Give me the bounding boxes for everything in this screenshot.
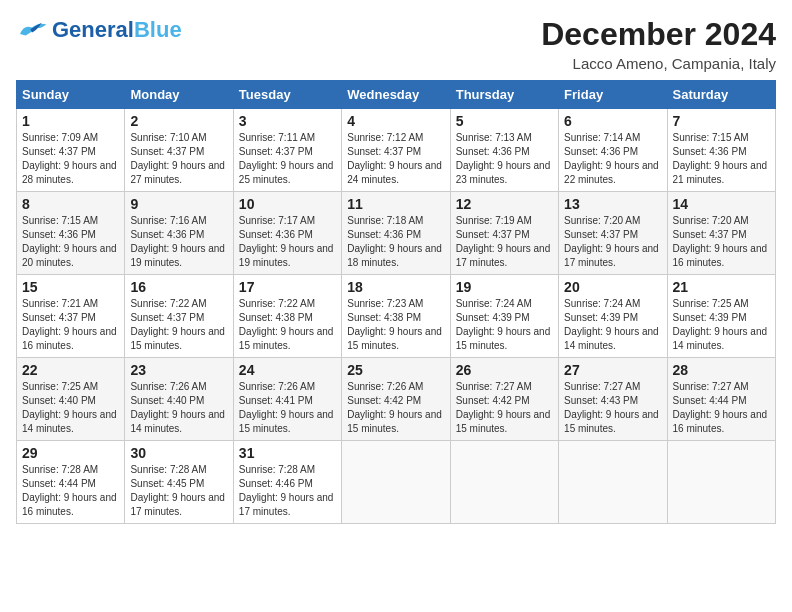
calendar-title-area: December 2024 Lacco Ameno, Campania, Ita… <box>541 16 776 72</box>
logo-text: GeneralBlue <box>52 17 182 43</box>
day-info: Sunrise: 7:26 AMSunset: 4:41 PMDaylight:… <box>239 380 336 436</box>
day-info: Sunrise: 7:27 AMSunset: 4:43 PMDaylight:… <box>564 380 661 436</box>
day-number: 23 <box>130 362 227 378</box>
day-number: 21 <box>673 279 770 295</box>
day-number: 27 <box>564 362 661 378</box>
calendar-day-cell: 29Sunrise: 7:28 AMSunset: 4:44 PMDayligh… <box>17 441 125 524</box>
calendar-day-cell: 9Sunrise: 7:16 AMSunset: 4:36 PMDaylight… <box>125 192 233 275</box>
calendar-day-cell: 31Sunrise: 7:28 AMSunset: 4:46 PMDayligh… <box>233 441 341 524</box>
calendar-day-cell: 30Sunrise: 7:28 AMSunset: 4:45 PMDayligh… <box>125 441 233 524</box>
weekday-header-row: SundayMondayTuesdayWednesdayThursdayFrid… <box>17 81 776 109</box>
day-info: Sunrise: 7:22 AMSunset: 4:37 PMDaylight:… <box>130 297 227 353</box>
day-number: 3 <box>239 113 336 129</box>
calendar-day-cell: 19Sunrise: 7:24 AMSunset: 4:39 PMDayligh… <box>450 275 558 358</box>
day-info: Sunrise: 7:15 AMSunset: 4:36 PMDaylight:… <box>673 131 770 187</box>
calendar-week-row: 15Sunrise: 7:21 AMSunset: 4:37 PMDayligh… <box>17 275 776 358</box>
day-number: 10 <box>239 196 336 212</box>
day-number: 13 <box>564 196 661 212</box>
weekday-header-thursday: Thursday <box>450 81 558 109</box>
day-number: 14 <box>673 196 770 212</box>
day-number: 17 <box>239 279 336 295</box>
day-number: 29 <box>22 445 119 461</box>
calendar-week-row: 22Sunrise: 7:25 AMSunset: 4:40 PMDayligh… <box>17 358 776 441</box>
day-number: 26 <box>456 362 553 378</box>
day-number: 28 <box>673 362 770 378</box>
day-number: 20 <box>564 279 661 295</box>
logo-bird-icon <box>16 16 48 44</box>
month-title: December 2024 <box>541 16 776 53</box>
day-number: 15 <box>22 279 119 295</box>
weekday-header-monday: Monday <box>125 81 233 109</box>
day-info: Sunrise: 7:20 AMSunset: 4:37 PMDaylight:… <box>564 214 661 270</box>
day-info: Sunrise: 7:14 AMSunset: 4:36 PMDaylight:… <box>564 131 661 187</box>
day-info: Sunrise: 7:11 AMSunset: 4:37 PMDaylight:… <box>239 131 336 187</box>
weekday-header-wednesday: Wednesday <box>342 81 450 109</box>
calendar-day-cell: 11Sunrise: 7:18 AMSunset: 4:36 PMDayligh… <box>342 192 450 275</box>
day-info: Sunrise: 7:24 AMSunset: 4:39 PMDaylight:… <box>456 297 553 353</box>
page-header: GeneralBlue December 2024 Lacco Ameno, C… <box>16 16 776 72</box>
calendar-day-cell: 10Sunrise: 7:17 AMSunset: 4:36 PMDayligh… <box>233 192 341 275</box>
day-info: Sunrise: 7:25 AMSunset: 4:39 PMDaylight:… <box>673 297 770 353</box>
calendar-day-cell: 25Sunrise: 7:26 AMSunset: 4:42 PMDayligh… <box>342 358 450 441</box>
calendar-day-cell: 24Sunrise: 7:26 AMSunset: 4:41 PMDayligh… <box>233 358 341 441</box>
day-info: Sunrise: 7:28 AMSunset: 4:44 PMDaylight:… <box>22 463 119 519</box>
day-info: Sunrise: 7:20 AMSunset: 4:37 PMDaylight:… <box>673 214 770 270</box>
calendar-day-cell: 17Sunrise: 7:22 AMSunset: 4:38 PMDayligh… <box>233 275 341 358</box>
calendar-day-cell: 16Sunrise: 7:22 AMSunset: 4:37 PMDayligh… <box>125 275 233 358</box>
day-info: Sunrise: 7:12 AMSunset: 4:37 PMDaylight:… <box>347 131 444 187</box>
calendar-day-cell: 22Sunrise: 7:25 AMSunset: 4:40 PMDayligh… <box>17 358 125 441</box>
day-info: Sunrise: 7:23 AMSunset: 4:38 PMDaylight:… <box>347 297 444 353</box>
calendar-day-cell: 21Sunrise: 7:25 AMSunset: 4:39 PMDayligh… <box>667 275 775 358</box>
day-number: 5 <box>456 113 553 129</box>
calendar-day-cell: 12Sunrise: 7:19 AMSunset: 4:37 PMDayligh… <box>450 192 558 275</box>
logo-blue-text: Blue <box>134 17 182 42</box>
day-info: Sunrise: 7:13 AMSunset: 4:36 PMDaylight:… <box>456 131 553 187</box>
day-number: 4 <box>347 113 444 129</box>
calendar-day-cell: 14Sunrise: 7:20 AMSunset: 4:37 PMDayligh… <box>667 192 775 275</box>
day-info: Sunrise: 7:27 AMSunset: 4:42 PMDaylight:… <box>456 380 553 436</box>
calendar-day-cell: 3Sunrise: 7:11 AMSunset: 4:37 PMDaylight… <box>233 109 341 192</box>
day-info: Sunrise: 7:21 AMSunset: 4:37 PMDaylight:… <box>22 297 119 353</box>
day-number: 11 <box>347 196 444 212</box>
day-info: Sunrise: 7:25 AMSunset: 4:40 PMDaylight:… <box>22 380 119 436</box>
day-info: Sunrise: 7:09 AMSunset: 4:37 PMDaylight:… <box>22 131 119 187</box>
day-number: 31 <box>239 445 336 461</box>
weekday-header-friday: Friday <box>559 81 667 109</box>
day-info: Sunrise: 7:28 AMSunset: 4:46 PMDaylight:… <box>239 463 336 519</box>
day-number: 1 <box>22 113 119 129</box>
day-info: Sunrise: 7:15 AMSunset: 4:36 PMDaylight:… <box>22 214 119 270</box>
day-number: 12 <box>456 196 553 212</box>
calendar-day-cell: 13Sunrise: 7:20 AMSunset: 4:37 PMDayligh… <box>559 192 667 275</box>
calendar-table: SundayMondayTuesdayWednesdayThursdayFrid… <box>16 80 776 524</box>
location-title: Lacco Ameno, Campania, Italy <box>541 55 776 72</box>
day-number: 2 <box>130 113 227 129</box>
day-number: 18 <box>347 279 444 295</box>
day-number: 25 <box>347 362 444 378</box>
calendar-day-cell: 5Sunrise: 7:13 AMSunset: 4:36 PMDaylight… <box>450 109 558 192</box>
calendar-week-row: 1Sunrise: 7:09 AMSunset: 4:37 PMDaylight… <box>17 109 776 192</box>
calendar-day-cell: 28Sunrise: 7:27 AMSunset: 4:44 PMDayligh… <box>667 358 775 441</box>
day-number: 30 <box>130 445 227 461</box>
empty-cell <box>342 441 450 524</box>
logo-general: General <box>52 17 134 42</box>
calendar-day-cell: 20Sunrise: 7:24 AMSunset: 4:39 PMDayligh… <box>559 275 667 358</box>
calendar-day-cell: 8Sunrise: 7:15 AMSunset: 4:36 PMDaylight… <box>17 192 125 275</box>
day-info: Sunrise: 7:17 AMSunset: 4:36 PMDaylight:… <box>239 214 336 270</box>
day-info: Sunrise: 7:16 AMSunset: 4:36 PMDaylight:… <box>130 214 227 270</box>
calendar-day-cell: 26Sunrise: 7:27 AMSunset: 4:42 PMDayligh… <box>450 358 558 441</box>
calendar-day-cell: 1Sunrise: 7:09 AMSunset: 4:37 PMDaylight… <box>17 109 125 192</box>
calendar-day-cell: 4Sunrise: 7:12 AMSunset: 4:37 PMDaylight… <box>342 109 450 192</box>
calendar-day-cell: 23Sunrise: 7:26 AMSunset: 4:40 PMDayligh… <box>125 358 233 441</box>
weekday-header-tuesday: Tuesday <box>233 81 341 109</box>
day-info: Sunrise: 7:10 AMSunset: 4:37 PMDaylight:… <box>130 131 227 187</box>
calendar-week-row: 29Sunrise: 7:28 AMSunset: 4:44 PMDayligh… <box>17 441 776 524</box>
day-number: 8 <box>22 196 119 212</box>
day-info: Sunrise: 7:18 AMSunset: 4:36 PMDaylight:… <box>347 214 444 270</box>
weekday-header-sunday: Sunday <box>17 81 125 109</box>
calendar-day-cell: 18Sunrise: 7:23 AMSunset: 4:38 PMDayligh… <box>342 275 450 358</box>
day-info: Sunrise: 7:26 AMSunset: 4:40 PMDaylight:… <box>130 380 227 436</box>
empty-cell <box>450 441 558 524</box>
calendar-day-cell: 6Sunrise: 7:14 AMSunset: 4:36 PMDaylight… <box>559 109 667 192</box>
day-info: Sunrise: 7:24 AMSunset: 4:39 PMDaylight:… <box>564 297 661 353</box>
day-info: Sunrise: 7:22 AMSunset: 4:38 PMDaylight:… <box>239 297 336 353</box>
